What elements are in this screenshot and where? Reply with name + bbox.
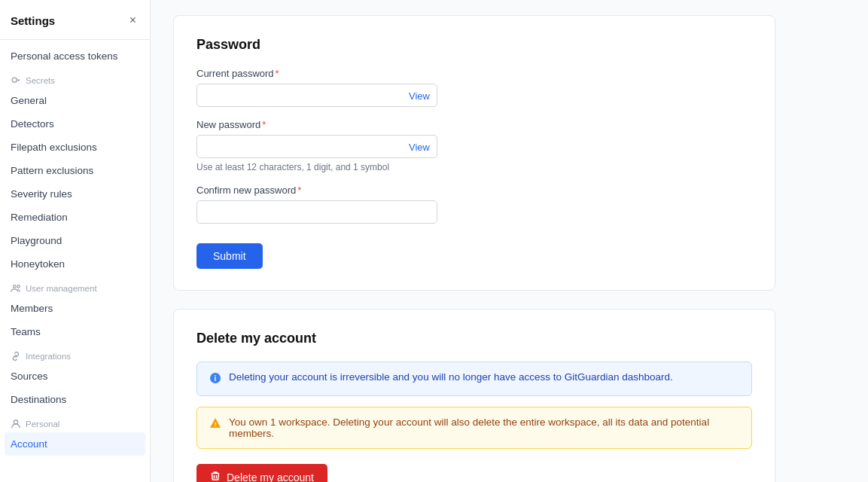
svg-point-0 <box>12 78 17 82</box>
sidebar-item-personal-access-tokens[interactable]: Personal access tokens <box>0 44 150 68</box>
sidebar-item-teams[interactable]: Teams <box>0 320 150 343</box>
info-banner: i Deleting your account is irreversible … <box>196 362 752 396</box>
warning-message: You own 1 workspace. Deleting your accou… <box>229 416 739 439</box>
info-icon: i <box>209 372 221 386</box>
warning-banner: ! You own 1 workspace. Deleting your acc… <box>196 407 752 449</box>
close-button[interactable]: × <box>126 12 139 29</box>
new-password-view-button[interactable]: View <box>409 141 430 152</box>
svg-text:i: i <box>215 374 217 383</box>
warning-icon: ! <box>209 417 221 432</box>
current-password-input[interactable] <box>196 84 437 107</box>
sidebar-item-playground[interactable]: Playground <box>0 229 150 252</box>
sidebar-item-filepath-exclusions[interactable]: Filepath exclusions <box>0 136 150 159</box>
svg-point-3 <box>14 420 17 424</box>
sidebar-item-members[interactable]: Members <box>0 297 150 320</box>
trash-icon <box>210 471 221 482</box>
sidebar-section-integrations: Integrations <box>0 343 150 365</box>
sidebar-item-remediation[interactable]: Remediation <box>0 206 150 229</box>
password-card: Password Current password* View New pass… <box>173 15 775 291</box>
link-icon <box>11 351 21 362</box>
svg-point-1 <box>14 285 17 288</box>
svg-text:!: ! <box>215 421 217 428</box>
confirm-password-group: Confirm new password* <box>196 185 752 224</box>
sidebar-item-severity-rules[interactable]: Severity rules <box>0 182 150 206</box>
sidebar-item-destinations[interactable]: Destinations <box>0 388 150 411</box>
new-password-label: New password* <box>196 119 752 130</box>
info-message: Deleting your account is irreversible an… <box>229 371 673 383</box>
sidebar-header: Settings × <box>0 0 150 40</box>
delete-account-card: Delete my account i Deleting your accoun… <box>173 309 775 482</box>
password-title: Password <box>196 37 752 53</box>
new-password-group: New password* View Use at least 12 chara… <box>196 119 752 172</box>
sidebar-section-secrets: Secrets <box>0 68 150 89</box>
sidebar: Settings × Personal access tokens Secret… <box>0 0 151 482</box>
sidebar-section-user-management: User management <box>0 276 150 297</box>
current-password-label: Current password* <box>196 68 752 79</box>
key-icon <box>11 75 21 86</box>
delete-account-title: Delete my account <box>196 331 752 346</box>
confirm-password-wrapper <box>196 200 437 224</box>
sidebar-item-general[interactable]: General <box>0 89 150 112</box>
delete-account-button[interactable]: Delete my account <box>196 464 327 482</box>
current-password-view-button[interactable]: View <box>409 90 430 101</box>
svg-point-2 <box>17 285 20 288</box>
current-password-wrapper: View <box>196 84 437 107</box>
confirm-password-input[interactable] <box>196 200 437 224</box>
sidebar-title: Settings <box>11 14 55 27</box>
new-password-input[interactable] <box>196 135 437 158</box>
confirm-password-label: Confirm new password* <box>196 185 752 196</box>
current-password-group: Current password* View <box>196 68 752 107</box>
submit-button[interactable]: Submit <box>196 243 263 269</box>
sidebar-item-account[interactable]: Account <box>5 432 145 456</box>
sidebar-section-personal: Personal <box>0 411 150 432</box>
users-icon <box>11 283 21 294</box>
sidebar-item-pattern-exclusions[interactable]: Pattern exclusions <box>0 159 150 182</box>
new-password-hint: Use at least 12 characters, 1 digit, and… <box>196 162 752 172</box>
user-icon <box>11 419 21 429</box>
main-content: Password Current password* View New pass… <box>151 0 868 482</box>
new-password-wrapper: View <box>196 135 437 158</box>
sidebar-item-sources[interactable]: Sources <box>0 365 150 388</box>
sidebar-item-detectors[interactable]: Detectors <box>0 112 150 136</box>
sidebar-item-honeytoken[interactable]: Honeytoken <box>0 252 150 276</box>
